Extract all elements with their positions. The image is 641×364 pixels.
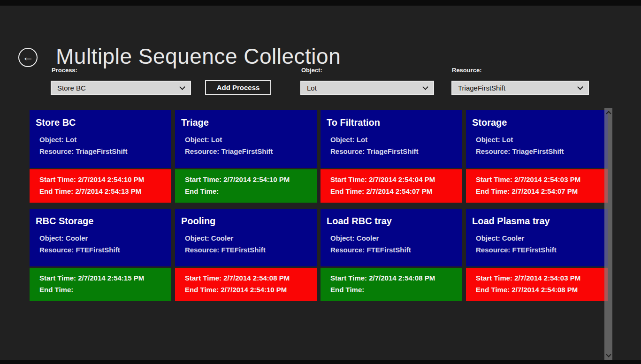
card-object-value: Lot xyxy=(66,136,76,144)
card-info-block: Store BC Object: Lot Resource: TriageFir… xyxy=(30,110,171,168)
card-title: Load RBC tray xyxy=(327,216,462,227)
card-info-block: To Filtration Object: Lot Resource: Tria… xyxy=(320,110,462,168)
card-start-line: Start Time: 2/7/2014 2:54:08 PM xyxy=(185,272,317,284)
chevron-down-icon xyxy=(179,84,185,90)
card-resource-value: FTEFirstShift xyxy=(512,246,557,254)
card-start-line: Start Time: 2/7/2014 2:54:03 PM xyxy=(476,174,608,185)
card-end-line: End Time: 2/7/2014 2:54:07 PM xyxy=(330,185,462,197)
card-resource-line: Resource: TriageFirstShift xyxy=(39,145,171,157)
card-start-line: Start Time: 2/7/2014 2:54:10 PM xyxy=(185,174,317,185)
card-info-block: Triage Object: Lot Resource: TriageFirst… xyxy=(175,110,317,168)
page-header: ← Multiple Sequence Collection xyxy=(0,19,641,61)
card-status: Start Time: 2/7/2014 2:54:08 PM End Time… xyxy=(320,268,462,301)
card-resource-line: Resource: FTEFirstShift xyxy=(330,244,462,256)
card-resource-value: FTEFirstShift xyxy=(76,246,120,254)
card-object-value: Lot xyxy=(357,136,367,144)
card-info-block: Pooling Object: Cooler Resource: FTEFirs… xyxy=(175,209,317,266)
card-info-block: RBC Storage Object: Cooler Resource: FTE… xyxy=(30,209,171,266)
object-select[interactable]: Lot xyxy=(300,81,434,95)
card-start-line: Start Time: 2/7/2014 2:54:04 PM xyxy=(330,174,462,185)
card-object-value: Lot xyxy=(502,136,513,144)
card-end-line: End Time: 2/7/2014 2:54:13 PM xyxy=(39,185,171,197)
card-object-line: Object: Cooler xyxy=(330,232,462,244)
process-card[interactable]: Triage Object: Lot Resource: TriageFirst… xyxy=(175,110,317,203)
card-end-line: End Time: 2/7/2014 2:54:10 PM xyxy=(185,284,317,296)
card-end-line: End Time: xyxy=(330,284,462,296)
card-start-value: 2/7/2014 2:54:08 PM xyxy=(223,274,290,282)
process-card[interactable]: Load Plasma tray Object: Cooler Resource… xyxy=(466,209,608,301)
card-object-value: Cooler xyxy=(502,234,525,242)
card-object-value: Cooler xyxy=(357,234,379,242)
object-select-value: Lot xyxy=(307,84,423,92)
card-object-line: Object: Lot xyxy=(330,134,462,145)
add-process-button-label: Add Process xyxy=(217,83,260,91)
card-meta: Object: Lot Resource: TriageFirstShift xyxy=(39,134,171,157)
back-arrow-icon: ← xyxy=(22,51,34,63)
cards-grid: Store BC Object: Lot Resource: TriageFir… xyxy=(30,110,611,301)
process-card[interactable]: To Filtration Object: Lot Resource: Tria… xyxy=(320,110,462,203)
card-resource-value: TriageFirstShift xyxy=(367,147,419,155)
card-title: RBC Storage xyxy=(36,216,171,227)
card-resource-value: FTEFirstShift xyxy=(221,246,266,254)
card-end-line: End Time: 2/7/2014 2:54:07 PM xyxy=(476,185,608,197)
app-window: ← Multiple Sequence Collection Process: … xyxy=(0,0,641,364)
card-object-line: Object: Cooler xyxy=(476,232,608,244)
card-info-block: Load Plasma tray Object: Cooler Resource… xyxy=(466,209,608,266)
card-status: Start Time: 2/7/2014 2:54:04 PM End Time… xyxy=(320,169,462,203)
resource-select[interactable]: TriageFirstShift xyxy=(451,81,589,95)
card-end-value: 2/7/2014 2:54:08 PM xyxy=(511,286,578,294)
vertical-scrollbar[interactable] xyxy=(604,108,612,360)
top-edge-strip xyxy=(0,0,641,6)
resource-select-value: TriageFirstShift xyxy=(458,84,578,92)
card-start-value: 2/7/2014 2:54:10 PM xyxy=(78,175,144,183)
card-meta: Object: Cooler Resource: FTEFirstShift xyxy=(185,232,317,256)
card-status: Start Time: 2/7/2014 2:54:10 PM End Time… xyxy=(30,169,171,203)
resource-label: Resource: xyxy=(452,67,482,74)
card-end-line: End Time: xyxy=(39,284,171,296)
card-status: Start Time: 2/7/2014 2:54:03 PM End Time… xyxy=(466,169,608,203)
card-meta: Object: Cooler Resource: FTEFirstShift xyxy=(39,232,171,256)
card-resource-line: Resource: FTEFirstShift xyxy=(185,244,317,256)
chevron-down-icon xyxy=(422,84,428,90)
card-info-block: Load RBC tray Object: Cooler Resource: F… xyxy=(320,209,462,266)
bottom-edge-strip xyxy=(0,360,641,364)
process-card[interactable]: Store BC Object: Lot Resource: TriageFir… xyxy=(30,110,171,203)
card-title: Store BC xyxy=(36,117,171,128)
card-end-value: 2/7/2014 2:54:13 PM xyxy=(75,187,141,195)
process-card[interactable]: RBC Storage Object: Cooler Resource: FTE… xyxy=(30,209,171,301)
card-resource-line: Resource: FTEFirstShift xyxy=(39,244,171,256)
card-status: Start Time: 2/7/2014 2:54:15 PM End Time… xyxy=(30,268,171,301)
card-status: Start Time: 2/7/2014 2:54:10 PM End Time… xyxy=(175,169,317,203)
card-start-value: 2/7/2014 2:54:10 PM xyxy=(223,175,290,183)
scroll-down-icon[interactable] xyxy=(606,352,611,357)
card-resource-value: TriageFirstShift xyxy=(221,147,273,155)
card-object-line: Object: Lot xyxy=(476,134,608,145)
card-object-value: Cooler xyxy=(66,234,88,242)
card-title: To Filtration xyxy=(327,117,462,128)
card-meta: Object: Lot Resource: TriageFirstShift xyxy=(185,134,317,157)
card-start-value: 2/7/2014 2:54:04 PM xyxy=(369,175,435,183)
card-end-value: 2/7/2014 2:54:10 PM xyxy=(221,286,287,294)
card-resource-value: FTEFirstShift xyxy=(367,246,411,254)
process-label: Process: xyxy=(52,67,77,74)
card-resource-line: Resource: TriageFirstShift xyxy=(476,145,608,157)
card-start-line: Start Time: 2/7/2014 2:54:03 PM xyxy=(476,272,608,284)
process-card[interactable]: Load RBC tray Object: Cooler Resource: F… xyxy=(320,209,462,301)
card-object-value: Cooler xyxy=(211,234,234,242)
object-label: Object: xyxy=(301,67,322,74)
card-start-line: Start Time: 2/7/2014 2:54:10 PM xyxy=(39,174,171,185)
process-select[interactable]: Store BC xyxy=(51,81,191,95)
card-status: Start Time: 2/7/2014 2:54:03 PM End Time… xyxy=(466,268,608,301)
process-card[interactable]: Pooling Object: Cooler Resource: FTEFirs… xyxy=(175,209,317,301)
back-button[interactable]: ← xyxy=(18,48,38,67)
card-title: Load Plasma tray xyxy=(472,216,608,227)
process-card[interactable]: Storage Object: Lot Resource: TriageFirs… xyxy=(466,110,608,203)
card-end-value: 2/7/2014 2:54:07 PM xyxy=(511,187,578,195)
add-process-button[interactable]: Add Process xyxy=(205,80,271,95)
card-resource-value: TriageFirstShift xyxy=(512,147,564,155)
scroll-up-icon[interactable] xyxy=(606,111,611,116)
card-resource-line: Resource: FTEFirstShift xyxy=(476,244,608,256)
card-end-line: End Time: xyxy=(185,185,317,197)
card-start-value: 2/7/2014 2:54:03 PM xyxy=(514,274,580,282)
page-title: Multiple Sequence Collection xyxy=(56,44,341,69)
